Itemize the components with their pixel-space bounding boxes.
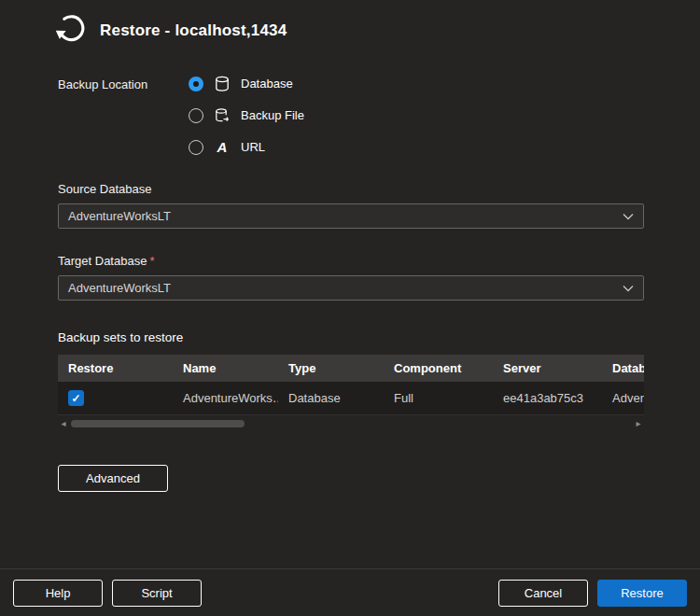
radio-option-backup-file[interactable]: Backup File (189, 105, 304, 125)
table-header-row: Restore Name Type Component Server Datab… (58, 355, 644, 382)
radio-label-backup-file: Backup File (241, 108, 304, 122)
cell-database: Adventu… (602, 391, 644, 405)
required-asterisk: * (149, 254, 154, 268)
checkmark-icon: ✓ (71, 393, 80, 404)
cancel-button[interactable]: Cancel (498, 580, 588, 607)
scroll-left-icon[interactable]: ◂ (58, 419, 69, 428)
horizontal-scrollbar[interactable]: ◂ ▸ (58, 417, 644, 429)
footer-left-buttons: Help Script (13, 580, 202, 607)
restore-checkbox[interactable]: ✓ (68, 390, 84, 406)
radio-label-database: Database (241, 77, 293, 91)
dialog-title: Restore - localhost,1434 (100, 21, 287, 40)
radio-button-database[interactable] (189, 77, 203, 91)
backup-location-radio-group: Database Backup File (189, 74, 304, 157)
table-row[interactable]: ✓ AdventureWorks… Database Full ee41a3ab… (58, 382, 644, 415)
backup-location-label: Backup Location (58, 74, 189, 157)
advanced-button[interactable]: Advanced (58, 465, 168, 492)
source-database-dropdown[interactable]: AdventureWorksLT (58, 203, 644, 229)
column-header-restore[interactable]: Restore (58, 361, 173, 375)
source-database-value: AdventureWorksLT (68, 209, 171, 223)
chevron-down-icon (623, 281, 634, 295)
column-header-type[interactable]: Type (278, 361, 384, 375)
cell-server: ee41a3ab75c3 (493, 391, 602, 405)
scrollbar-track[interactable] (69, 420, 633, 427)
restore-icon (54, 12, 88, 49)
restore-button[interactable]: Restore (597, 580, 687, 607)
column-header-database[interactable]: Database (602, 361, 644, 375)
footer-right-buttons: Cancel Restore (498, 580, 687, 607)
radio-label-url: URL (241, 140, 265, 154)
dialog-footer: Help Script Cancel Restore (0, 568, 700, 616)
radio-option-url[interactable]: A URL (189, 137, 304, 157)
radio-option-database[interactable]: Database (189, 74, 304, 93)
script-button[interactable]: Script (112, 580, 202, 607)
dialog-content: Backup Location Database (0, 74, 700, 492)
restore-dialog: Restore - localhost,1434 Backup Location… (0, 0, 700, 492)
cell-name: AdventureWorks… (173, 391, 278, 405)
scrollbar-thumb[interactable] (71, 420, 245, 427)
database-icon (214, 76, 231, 92)
target-database-value: AdventureWorksLT (68, 281, 171, 295)
dialog-header: Restore - localhost,1434 (0, 0, 700, 49)
backup-sets-table: Restore Name Type Component Server Datab… (58, 355, 644, 415)
target-database-label: Target Database* (58, 254, 644, 268)
help-button[interactable]: Help (13, 580, 103, 607)
backup-sets-label: Backup sets to restore (58, 330, 644, 344)
url-azure-icon: A (214, 139, 231, 156)
cell-component: Full (384, 391, 493, 405)
cell-type: Database (278, 391, 384, 405)
column-header-name[interactable]: Name (173, 361, 278, 375)
column-header-component[interactable]: Component (384, 361, 493, 375)
source-database-label: Source Database (58, 182, 644, 196)
radio-button-url[interactable] (189, 140, 203, 155)
backup-location-section: Backup Location Database (58, 74, 644, 157)
backup-file-icon (214, 107, 231, 124)
radio-button-backup-file[interactable] (189, 108, 203, 123)
column-header-server[interactable]: Server (493, 361, 602, 375)
target-database-dropdown[interactable]: AdventureWorksLT (58, 275, 644, 301)
chevron-down-icon (623, 209, 634, 223)
scroll-right-icon[interactable]: ▸ (633, 419, 644, 428)
